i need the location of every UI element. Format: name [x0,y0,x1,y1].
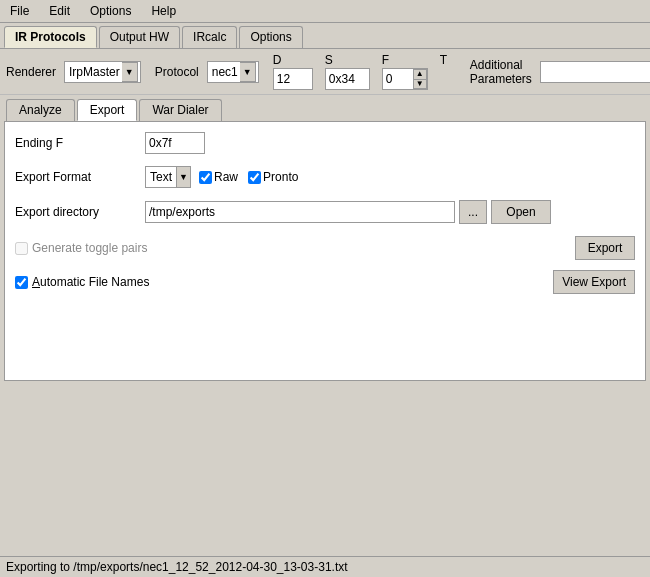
export-panel: Ending F Export Format Text ▼ Raw Pronto… [4,121,646,381]
format-dropdown[interactable]: Text ▼ [145,166,191,188]
renderer-row: Renderer IrpMaster ▼ Protocol nec1 ▼ D S… [0,49,650,95]
export-dir-row: Export directory ... Open [15,200,635,224]
protocol-select[interactable]: nec1 ▼ [207,61,259,83]
f-label: F [382,53,428,67]
menu-options[interactable]: Options [84,2,137,20]
f-spin-up[interactable]: ▲ [413,69,427,80]
sub-tab-bar: Analyze Export War Dialer [0,95,650,121]
export-format-label: Export Format [15,170,145,184]
browse-button[interactable]: ... [459,200,487,224]
menu-bar: File Edit Options Help [0,0,650,23]
action-row: Generate toggle pairs Export [15,236,635,260]
menu-edit[interactable]: Edit [43,2,76,20]
auto-checkbox-label[interactable]: AAutomatic File Namesutomatic File Names [15,275,149,289]
pronto-checkbox[interactable] [248,171,261,184]
tab-ircalc[interactable]: IRcalc [182,26,237,48]
toggle-checkbox[interactable] [15,242,28,255]
ending-f-input[interactable] [145,132,205,154]
protocol-dropdown-btn[interactable]: ▼ [240,62,256,82]
tab-output-hw[interactable]: Output HW [99,26,180,48]
raw-label: Raw [214,170,238,184]
raw-checkbox[interactable] [199,171,212,184]
pronto-label: Pronto [263,170,298,184]
f-spin-down[interactable]: ▼ [413,80,427,90]
s-label: S [325,53,370,67]
export-button[interactable]: Export [575,236,635,260]
tab-ir-protocols[interactable]: IR Protocols [4,26,97,48]
top-tab-bar: IR Protocols Output HW IRcalc Options [0,23,650,49]
tab-war-dialer[interactable]: War Dialer [139,99,221,121]
export-dir-label: Export directory [15,205,145,219]
checkbox-group: Raw Pronto [199,170,298,184]
tab-options[interactable]: Options [239,26,302,48]
view-export-button[interactable]: View Export [553,270,635,294]
status-bar: Exporting to /tmp/exports/nec1_12_52_201… [0,556,650,577]
renderer-value: IrpMaster [67,65,122,79]
f-input[interactable] [383,71,413,87]
ending-f-row: Ending F [15,132,635,154]
d-input[interactable] [273,68,313,90]
renderer-select[interactable]: IrpMaster ▼ [64,61,141,83]
pronto-checkbox-label[interactable]: Pronto [248,170,298,184]
additional-params-label: Additional Parameters [470,58,532,86]
raw-checkbox-label[interactable]: Raw [199,170,238,184]
renderer-dropdown-btn[interactable]: ▼ [122,62,138,82]
tab-analyze[interactable]: Analyze [6,99,75,121]
protocol-value: nec1 [210,65,240,79]
additional-params-input[interactable] [540,61,650,83]
open-button[interactable]: Open [491,200,551,224]
tab-export[interactable]: Export [77,99,138,121]
format-value: Text [146,170,176,184]
auto-row: AAutomatic File Namesutomatic File Names… [15,270,635,294]
menu-file[interactable]: File [4,2,35,20]
ending-f-label: Ending F [15,136,145,150]
t-label: T [440,53,460,67]
auto-label: AAutomatic File Namesutomatic File Names [32,275,149,289]
s-input[interactable] [325,68,370,90]
protocol-label: Protocol [155,65,199,79]
toggle-checkbox-label[interactable]: Generate toggle pairs [15,241,147,255]
status-text: Exporting to /tmp/exports/nec1_12_52_201… [6,560,348,574]
renderer-label: Renderer [6,65,56,79]
menu-help[interactable]: Help [145,2,182,20]
format-dropdown-btn[interactable]: ▼ [176,167,190,187]
d-label: D [273,53,313,67]
export-dir-input[interactable] [145,201,455,223]
toggle-label: Generate toggle pairs [32,241,147,255]
auto-checkbox[interactable] [15,276,28,289]
export-format-row: Export Format Text ▼ Raw Pronto [15,166,635,188]
